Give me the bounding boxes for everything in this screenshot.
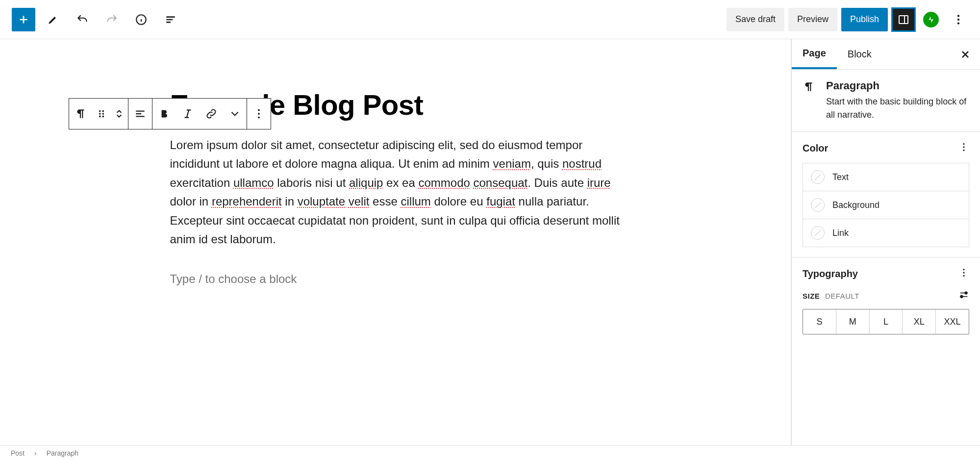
add-block-button[interactable] <box>12 8 35 31</box>
preview-button[interactable]: Preview <box>788 8 837 31</box>
close-sidebar-button[interactable] <box>955 45 975 64</box>
block-type-button[interactable] <box>69 99 93 129</box>
size-default-label: DEFAULT <box>825 292 859 300</box>
typography-panel-menu[interactable] <box>958 267 969 281</box>
size-button-m[interactable]: M <box>836 309 870 334</box>
publish-button[interactable]: Publish <box>841 8 888 31</box>
svg-point-12 <box>258 113 260 115</box>
settings-sidebar: Page Block Paragraph Start with the basi… <box>791 39 980 445</box>
jetpack-icon[interactable] <box>923 12 939 27</box>
block-options-button[interactable] <box>247 99 271 129</box>
size-button-xxl[interactable]: XXL <box>936 309 969 334</box>
color-swatch <box>811 226 825 240</box>
list-view-button[interactable] <box>159 8 182 31</box>
color-row-label: Background <box>832 200 879 210</box>
top-toolbar: Save draft Preview Publish <box>0 0 980 39</box>
editor-canvas[interactable]: Example Blog Post Lorem ipsum dolor sit … <box>0 39 791 445</box>
size-button-l[interactable]: L <box>870 309 903 334</box>
size-custom-toggle[interactable] <box>958 289 969 302</box>
color-swatch <box>811 198 825 212</box>
drag-handle[interactable] <box>93 99 110 129</box>
svg-point-6 <box>102 110 104 112</box>
edit-tool-button[interactable] <box>41 8 65 31</box>
block-toolbar <box>69 98 271 129</box>
svg-point-7 <box>99 113 101 115</box>
svg-point-2 <box>957 15 959 17</box>
svg-rect-1 <box>899 16 908 24</box>
size-label: SIZE <box>803 292 820 300</box>
breadcrumb-paragraph[interactable]: Paragraph <box>47 449 78 457</box>
more-formatting-button[interactable] <box>223 99 247 129</box>
block-inserter-placeholder[interactable]: Type / to choose a block <box>170 272 621 286</box>
color-row-background[interactable]: Background <box>803 191 969 219</box>
svg-point-16 <box>963 150 964 151</box>
block-description: Start with the basic building block of a… <box>826 95 969 122</box>
svg-point-14 <box>963 143 964 145</box>
typography-panel-title: Typography <box>803 268 858 280</box>
redo-button[interactable] <box>100 8 124 31</box>
color-row-link[interactable]: Link <box>803 219 969 247</box>
color-row-label: Text <box>832 172 849 182</box>
size-button-s[interactable]: S <box>803 309 836 334</box>
size-button-xl[interactable]: XL <box>903 309 936 334</box>
svg-point-18 <box>963 272 964 273</box>
color-swatch <box>811 170 825 184</box>
settings-sidebar-toggle[interactable] <box>892 8 915 31</box>
paragraph-icon <box>803 79 816 122</box>
svg-point-20 <box>965 292 967 294</box>
svg-point-11 <box>258 109 260 111</box>
svg-point-15 <box>963 146 964 148</box>
svg-point-10 <box>102 116 104 118</box>
color-row-label: Link <box>832 228 849 238</box>
undo-button[interactable] <box>71 8 94 31</box>
tab-block[interactable]: Block <box>837 39 882 69</box>
svg-point-21 <box>960 295 963 298</box>
svg-point-17 <box>963 269 964 270</box>
link-button[interactable] <box>200 99 223 129</box>
svg-point-4 <box>957 22 959 24</box>
move-up-down-button[interactable] <box>110 99 128 129</box>
paragraph-block[interactable]: Lorem ipsum dolor sit amet, consectetur … <box>170 136 621 249</box>
more-options-button[interactable] <box>947 8 970 31</box>
svg-point-5 <box>99 110 101 112</box>
block-name: Paragraph <box>826 79 969 92</box>
details-button[interactable] <box>129 8 153 31</box>
color-row-text[interactable]: Text <box>803 163 969 191</box>
tab-page[interactable]: Page <box>792 39 837 69</box>
color-panel-menu[interactable] <box>958 142 969 155</box>
svg-point-3 <box>957 18 959 20</box>
svg-point-9 <box>99 116 101 118</box>
color-panel-title: Color <box>803 143 828 154</box>
svg-point-8 <box>102 113 104 115</box>
svg-point-13 <box>258 117 260 119</box>
align-button[interactable] <box>128 99 152 129</box>
chevron-right-icon: › <box>34 449 37 457</box>
svg-point-19 <box>963 275 964 277</box>
bold-button[interactable] <box>152 99 176 129</box>
breadcrumb-post[interactable]: Post <box>11 449 25 457</box>
italic-button[interactable] <box>176 99 200 129</box>
save-draft-button[interactable]: Save draft <box>727 8 784 31</box>
breadcrumb: Post › Paragraph <box>0 445 980 460</box>
